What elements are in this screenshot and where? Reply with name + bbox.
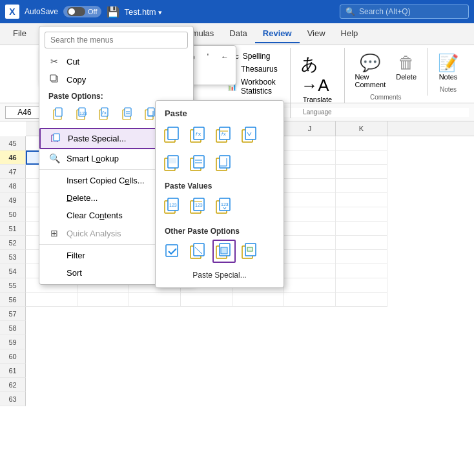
svg-rect-3 — [56, 108, 62, 116]
cell[interactable] — [336, 264, 387, 278]
tab-review[interactable]: Review — [255, 25, 300, 43]
cell[interactable] — [336, 236, 387, 250]
cell[interactable] — [336, 193, 387, 207]
cell[interactable] — [284, 136, 336, 150]
tab-help[interactable]: Help — [333, 25, 366, 43]
svg-text:123: 123 — [221, 202, 229, 207]
row-53: 53 — [0, 250, 26, 264]
row-59: 59 — [0, 335, 26, 349]
cell[interactable] — [284, 207, 336, 222]
paste-options-label: Paste Options: — [48, 92, 184, 101]
ctx-copy[interactable]: Copy — [39, 70, 193, 89]
cell[interactable] — [284, 236, 336, 250]
cell[interactable] — [284, 293, 336, 307]
paste-sub-btn-2[interactable]: f x — [187, 123, 210, 147]
copy-icon — [48, 74, 60, 85]
tab-view[interactable]: View — [300, 25, 333, 43]
svg-text:123: 123 — [79, 111, 87, 116]
svg-rect-40 — [194, 156, 204, 168]
other-paste-icons — [161, 240, 278, 263]
cell[interactable] — [284, 193, 336, 207]
paste-sub-btn-1[interactable] — [161, 123, 184, 147]
translate-btn[interactable]: あ→A Translate — [297, 50, 337, 106]
cell[interactable] — [336, 207, 387, 222]
paste-btn-3[interactable]: f x — [94, 103, 115, 124]
global-search[interactable]: 🔍 Search (Alt+Q) — [340, 5, 469, 19]
title-bar: X AutoSave Off 💾 Test.htm ▾ 🔍 Search (Al… — [0, 0, 474, 23]
paste-val-btn-1[interactable]: 123 — [161, 194, 184, 218]
paste-submenu-title: Paste — [161, 106, 278, 123]
tab-file[interactable]: File — [5, 25, 34, 43]
notes-btn[interactable]: 📝 Notes — [434, 50, 462, 83]
cell[interactable] — [336, 293, 387, 307]
svg-rect-55 — [166, 245, 178, 256]
table-row — [26, 293, 474, 307]
paste-btn-4[interactable] — [118, 103, 138, 124]
row-62: 62 — [0, 378, 26, 392]
cell[interactable] — [284, 150, 336, 165]
row-48: 48 — [0, 179, 26, 193]
paste-btn-2[interactable]: 123 — [72, 103, 92, 124]
cell[interactable] — [284, 264, 336, 278]
cell[interactable] — [336, 250, 387, 264]
new-comment-btn[interactable]: 💬 New Comment — [351, 50, 390, 91]
cell[interactable] — [77, 293, 129, 307]
cell[interactable] — [181, 293, 232, 307]
comma-btn[interactable]: ' — [201, 50, 215, 64]
toggle-state: Off — [88, 8, 97, 16]
new-comment-icon: 💬 — [360, 53, 380, 73]
autosave-toggle[interactable]: Off — [63, 6, 101, 17]
paste-btn-1[interactable] — [48, 103, 69, 124]
tab-data[interactable]: Data — [222, 25, 254, 43]
cell[interactable] — [284, 222, 336, 236]
paste-sub-btn-5[interactable] — [161, 152, 184, 175]
delete-comment-btn[interactable]: 🗑 Delete — [392, 50, 420, 91]
other-paste-btn-4[interactable] — [238, 240, 262, 263]
cell[interactable] — [232, 293, 284, 307]
cell[interactable] — [336, 165, 387, 179]
delete-icon: 🗑 — [398, 53, 415, 73]
cell[interactable] — [284, 250, 336, 264]
save-button[interactable]: 💾 — [107, 6, 119, 18]
paste-sub-btn-4[interactable] — [238, 123, 262, 147]
cell[interactable] — [336, 222, 387, 236]
cut-icon: ✂ — [48, 56, 60, 67]
cell[interactable] — [284, 278, 336, 293]
row-55: 55 — [0, 278, 26, 293]
cell-reference-input[interactable] — [5, 106, 44, 119]
cell[interactable] — [336, 278, 387, 293]
cell[interactable] — [284, 165, 336, 179]
file-name: Test.htm ▾ — [125, 7, 335, 17]
copy-label: Copy — [67, 75, 184, 85]
cell[interactable] — [336, 136, 387, 150]
row-numbers: 45 46 47 48 49 50 51 52 53 54 55 56 57 5… — [0, 136, 26, 406]
col-header-k: K — [336, 121, 387, 136]
cell[interactable] — [26, 293, 77, 307]
context-search-input[interactable] — [45, 32, 188, 48]
row-50: 50 — [0, 207, 26, 222]
paste-val-btn-3[interactable]: 123 — [212, 194, 236, 218]
context-search[interactable] — [45, 32, 188, 48]
translate-icon: あ→A — [301, 53, 333, 96]
paste-special-link[interactable]: Paste Special... — [161, 268, 278, 282]
cell[interactable] — [129, 293, 181, 307]
ctx-cut[interactable]: ✂ Cut — [39, 52, 193, 70]
cell[interactable] — [336, 179, 387, 193]
row-57: 57 — [0, 307, 26, 321]
decrease-decimal-btn[interactable]: ← — [218, 50, 232, 64]
other-paste-btn-1[interactable] — [161, 240, 184, 263]
other-paste-title: Other Paste Options — [161, 223, 278, 240]
paste-submenu: Paste f x f x — [155, 100, 284, 288]
cell[interactable] — [336, 150, 387, 165]
other-paste-btn-3[interactable] — [212, 240, 236, 263]
paste-sub-btn-6[interactable] — [187, 152, 210, 175]
svg-text:x: x — [223, 132, 226, 136]
toggle-switch[interactable] — [67, 7, 85, 16]
row-46: 46 — [0, 150, 26, 165]
notes-icon: 📝 — [438, 53, 459, 73]
paste-sub-btn-3[interactable]: f x — [212, 123, 236, 147]
paste-val-btn-2[interactable]: 123 — [187, 194, 210, 218]
paste-sub-btn-7[interactable] — [212, 152, 236, 175]
cell[interactable] — [284, 179, 336, 193]
other-paste-btn-2[interactable] — [187, 240, 210, 263]
